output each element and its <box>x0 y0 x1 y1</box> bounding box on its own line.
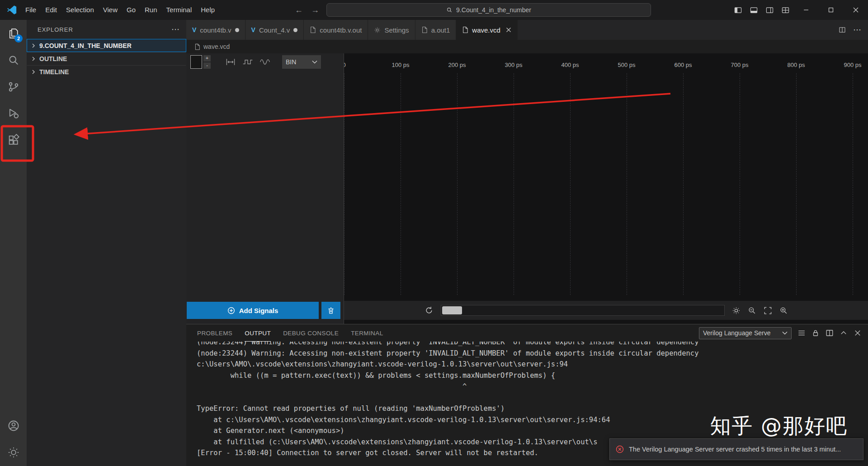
toggle-secondary-sidebar-icon[interactable] <box>762 7 778 14</box>
activity-source-control[interactable] <box>0 73 27 100</box>
add-signals-label: Add Signals <box>239 307 278 314</box>
tab-label: wave.vcd <box>472 26 500 34</box>
customize-layout-icon[interactable] <box>778 7 793 14</box>
menu-item[interactable]: Selection <box>61 0 99 20</box>
zoom-out-icon[interactable] <box>748 306 756 315</box>
extensions-icon <box>7 134 20 147</box>
close-window-button[interactable] <box>843 0 868 20</box>
search-activity-icon <box>7 54 20 67</box>
clear-output-icon[interactable] <box>797 329 806 337</box>
radix-select[interactable]: BIN <box>282 55 321 69</box>
modified-dot-icon[interactable] <box>235 28 239 32</box>
sidebar-item-outline[interactable]: OUTLINE <box>27 52 186 65</box>
error-icon <box>615 445 624 454</box>
editor-more-actions-icon[interactable]: ⋯ <box>853 25 862 35</box>
modified-dot-icon[interactable] <box>293 28 297 32</box>
file-icon <box>462 26 468 33</box>
verilog-file-icon: V <box>251 26 255 33</box>
activity-account[interactable] <box>0 412 27 439</box>
menu-item[interactable]: View <box>99 0 122 20</box>
tab-count4tb-out[interactable]: count4tb.v.out <box>304 20 368 40</box>
file-icon <box>310 26 316 33</box>
activity-extensions[interactable] <box>0 127 27 153</box>
sine-wave-icon[interactable] <box>259 58 270 66</box>
panel-tab-terminal[interactable]: TERMINAL <box>351 325 383 342</box>
maximize-panel-icon[interactable] <box>840 329 848 337</box>
wave-canvas[interactable]: 0 100 ps 200 ps 300 ps <box>344 53 868 324</box>
wave-zoom-bar <box>344 301 868 320</box>
toggle-sidebar-icon[interactable] <box>730 7 746 14</box>
sidebar-item-workspace[interactable]: 9.COUNT_4_IN_THE_NUMBER <box>27 39 186 52</box>
sidebar-item-timeline[interactable]: TIMELINE <box>27 65 186 78</box>
breadcrumb[interactable]: wave.vcd <box>186 40 868 53</box>
panel-tab-debug-console[interactable]: DEBUG CONSOLE <box>283 325 339 342</box>
trash-icon <box>327 307 335 314</box>
close-tab-icon[interactable] <box>506 27 511 33</box>
refresh-icon[interactable] <box>425 306 434 315</box>
split-editor-icon[interactable] <box>839 26 846 33</box>
menu-item[interactable]: Help <box>196 0 219 20</box>
wave-value-box[interactable] <box>190 55 202 69</box>
command-center-search[interactable]: 9.Count_4_in_the_number <box>326 3 651 17</box>
verilog-file-icon: V <box>192 26 196 33</box>
error-notification[interactable]: The Verilog Language Server server crash… <box>609 438 863 460</box>
source-control-icon <box>7 81 20 93</box>
menu-item[interactable]: Terminal <box>162 0 197 20</box>
explorer-more-actions-icon[interactable]: ⋯ <box>171 24 180 34</box>
chevron-down-icon <box>312 60 317 64</box>
wave-scrollbar-thumb[interactable] <box>442 306 462 314</box>
cursor-markers-icon[interactable] <box>225 58 236 66</box>
tick-gridline <box>401 73 401 295</box>
nav-forward-icon[interactable]: → <box>308 5 322 15</box>
tick-label: 200 ps <box>448 62 466 68</box>
plus-circle-icon <box>227 307 235 314</box>
tab-label: a.out1 <box>431 26 450 34</box>
activity-search[interactable] <box>0 47 27 73</box>
tab-settings[interactable]: Settings <box>368 20 415 40</box>
wave-viewer: + - BIN Add Signals <box>186 53 868 324</box>
zoom-in-step-button[interactable]: + <box>203 55 211 62</box>
minimize-button[interactable] <box>793 0 818 20</box>
output-line: while ((m = pattern.exec(text)) && probl… <box>197 370 868 381</box>
zoom-in-icon[interactable] <box>779 306 788 315</box>
tab-count-4-v[interactable]: V Count_4.v <box>245 20 304 40</box>
split-panel-icon[interactable] <box>826 329 834 337</box>
wave-settings-gear-icon[interactable] <box>732 306 741 315</box>
tab-label: count4tb.v <box>200 26 231 34</box>
menu-item[interactable]: Go <box>122 0 140 20</box>
tick-gridline <box>570 73 571 295</box>
activity-run-debug[interactable] <box>0 100 27 127</box>
activity-settings[interactable] <box>0 439 27 466</box>
wave-scrollbar[interactable] <box>441 305 725 316</box>
fit-fullscreen-icon[interactable] <box>764 306 772 315</box>
tab-wave-vcd[interactable]: wave.vcd <box>456 20 518 40</box>
tick-label: 700 ps <box>731 62 748 68</box>
gear-icon <box>7 446 20 459</box>
menu-item[interactable]: File <box>21 0 41 20</box>
chevron-right-icon <box>30 68 37 76</box>
panel-tab-problems[interactable]: PROBLEMS <box>197 325 232 342</box>
output-line: (node:23244) Warning: Accessing non-exis… <box>197 348 868 359</box>
square-wave-icon[interactable] <box>242 58 253 66</box>
zoom-out-step-button[interactable]: - <box>203 62 211 69</box>
tab-a-out1[interactable]: a.out1 <box>415 20 457 40</box>
tick-gridline <box>514 73 514 295</box>
output-channel-select[interactable]: Verilog Language Serve <box>699 327 792 339</box>
title-bar: FileEditSelectionViewGoRunTerminalHelp ←… <box>0 0 868 20</box>
tab-count4tb-v[interactable]: V count4tb.v <box>186 20 245 40</box>
add-signals-button[interactable]: Add Signals <box>187 302 319 319</box>
lock-icon[interactable] <box>811 329 820 337</box>
output-channel-value: Verilog Language Serve <box>703 329 770 337</box>
menu-item[interactable]: Run <box>140 0 162 20</box>
panel-tab-output[interactable]: OUTPUT <box>245 325 271 342</box>
nav-back-icon[interactable]: ← <box>292 5 306 15</box>
activity-explorer[interactable]: 2 <box>0 20 27 47</box>
delete-signals-button[interactable] <box>321 302 340 319</box>
menu-item[interactable]: Edit <box>41 0 61 20</box>
close-panel-icon[interactable] <box>854 329 862 337</box>
activity-bar: 2 <box>0 20 27 466</box>
maximize-button[interactable] <box>818 0 843 20</box>
tick-gridline <box>853 73 853 295</box>
output-line: (node:23244) Warning: Accessing non-exis… <box>197 342 868 348</box>
toggle-panel-icon[interactable] <box>746 7 762 14</box>
